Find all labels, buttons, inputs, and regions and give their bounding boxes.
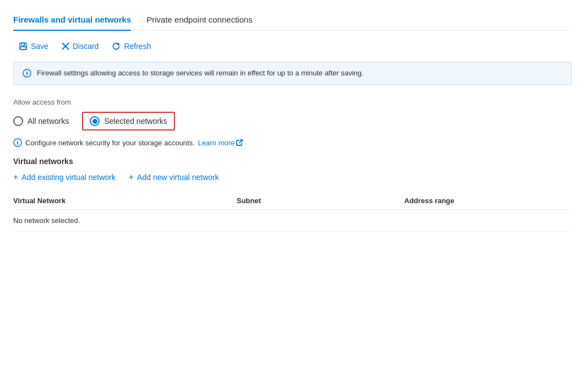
- refresh-icon: [112, 42, 121, 51]
- add-new-label: Add new virtual network: [137, 173, 219, 182]
- toolbar: Save Discard Refresh: [13, 31, 572, 62]
- radio-selected-networks-indicator: [90, 116, 100, 126]
- add-buttons-container: + Add existing virtual network + Add new…: [13, 172, 572, 182]
- tabs-container: Firewalls and virtual networks Private e…: [13, 9, 572, 31]
- page-container: Firewalls and virtual networks Private e…: [0, 0, 585, 392]
- radio-selected-networks-label: Selected networks: [104, 117, 167, 126]
- add-new-icon: +: [129, 172, 134, 182]
- configure-text: Configure network security for your stor…: [25, 139, 195, 147]
- col-header-subnet: Subnet: [237, 192, 404, 210]
- access-section: Allow access from All networks Selected …: [13, 98, 572, 147]
- info-banner: Firewall settings allowing access to sto…: [13, 62, 572, 85]
- svg-point-8: [26, 71, 28, 72]
- external-link-icon: [236, 139, 243, 146]
- discard-label: Discard: [73, 42, 99, 51]
- virtual-networks-table: Virtual Network Subnet Address range No …: [13, 192, 572, 232]
- refresh-label: Refresh: [124, 42, 151, 51]
- discard-button[interactable]: Discard: [56, 39, 104, 54]
- radio-all-networks-indicator: [13, 116, 23, 126]
- allow-access-label: Allow access from: [13, 98, 572, 106]
- save-label: Save: [31, 42, 48, 51]
- radio-selected-networks[interactable]: Selected networks: [82, 112, 174, 130]
- col-header-address: Address range: [404, 192, 572, 210]
- tab-firewalls[interactable]: Firewalls and virtual networks: [13, 9, 131, 31]
- info-banner-text: Firewall settings allowing access to sto…: [37, 69, 364, 77]
- configure-line: Configure network security for your stor…: [13, 138, 572, 147]
- radio-all-networks-label: All networks: [28, 117, 69, 126]
- info-icon: [23, 69, 31, 78]
- learn-more-label: Learn more: [198, 139, 234, 147]
- svg-rect-0: [20, 43, 26, 50]
- svg-point-11: [17, 140, 18, 141]
- learn-more-link[interactable]: Learn more: [198, 139, 243, 147]
- access-radio-group: All networks Selected networks: [13, 112, 572, 130]
- refresh-button[interactable]: Refresh: [106, 39, 156, 54]
- virtual-networks-section: Virtual networks + Add existing virtual …: [13, 157, 572, 232]
- tab-private-endpoints[interactable]: Private endpoint connections: [146, 9, 253, 31]
- add-existing-label: Add existing virtual network: [21, 173, 115, 182]
- no-network-message: No network selected.: [13, 210, 572, 232]
- add-new-vnet-button[interactable]: + Add new virtual network: [129, 172, 219, 182]
- radio-all-networks[interactable]: All networks: [13, 116, 69, 126]
- add-existing-icon: +: [13, 172, 18, 182]
- save-button[interactable]: Save: [13, 39, 54, 54]
- table-header-row: Virtual Network Subnet Address range: [13, 192, 572, 210]
- add-existing-vnet-button[interactable]: + Add existing virtual network: [13, 172, 116, 182]
- col-header-vnet: Virtual Network: [13, 192, 237, 210]
- discard-icon: [62, 42, 69, 50]
- configure-info-icon: [13, 138, 22, 147]
- virtual-networks-title: Virtual networks: [13, 157, 572, 166]
- save-icon: [19, 42, 28, 51]
- table-empty-row: No network selected.: [13, 210, 572, 232]
